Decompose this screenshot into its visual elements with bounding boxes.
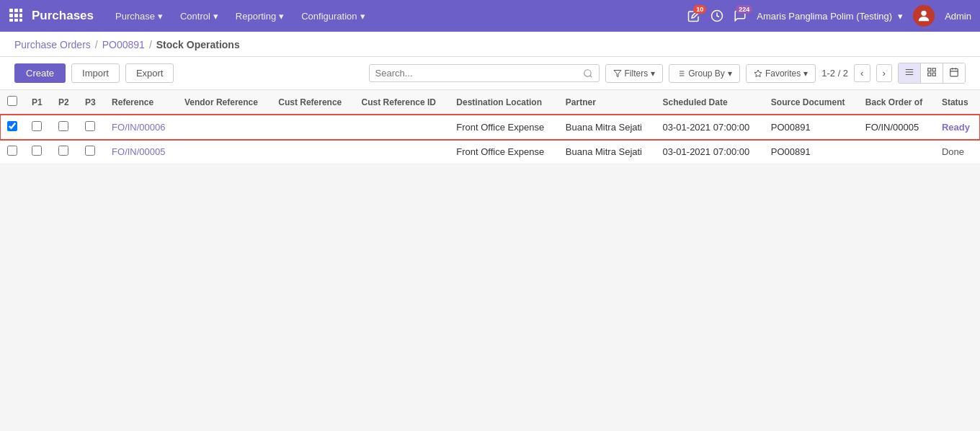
p1-checkbox-1[interactable] [32, 146, 42, 156]
edit-badge: 10 [693, 5, 706, 14]
row-p1 [24, 115, 51, 140]
nav-reporting[interactable]: Reporting ▾ [228, 6, 291, 26]
p2-checkbox-0[interactable] [58, 121, 68, 131]
svg-rect-24 [928, 68, 931, 71]
list-view-icon [904, 67, 914, 77]
data-table-area: P1 P2 P3 Reference Vendor Reference Cust… [0, 90, 980, 164]
kanban-view-button[interactable] [921, 63, 943, 83]
export-button[interactable]: Export [125, 63, 174, 83]
header-cust-reference: Cust Reference [271, 90, 354, 115]
p1-checkbox-0[interactable] [32, 121, 42, 131]
clock-icon-btn[interactable] [710, 9, 723, 22]
search-box[interactable] [369, 64, 600, 82]
user-menu[interactable]: Amaris Panglima Polim (Testing) ▾ [757, 11, 903, 22]
favorites-button[interactable]: Favorites ▾ [746, 64, 816, 83]
row-p3 [78, 115, 104, 140]
star-icon [754, 69, 762, 78]
row-cust-reference-id [355, 140, 450, 164]
row-reference[interactable]: FO/IN/00006 [104, 115, 177, 140]
row-checkbox-0[interactable] [7, 121, 17, 131]
top-navigation: Purchases Purchase ▾ Control ▾ Reporting… [0, 0, 980, 32]
svg-rect-26 [928, 73, 931, 76]
header-p3: P3 [78, 90, 104, 115]
header-source-document: Source Document [764, 90, 858, 115]
table-body: FO/IN/00006 Front Office Expense Buana M… [0, 115, 980, 164]
breadcrumb-po00891[interactable]: PO00891 [102, 39, 145, 50]
nav-menu: Purchase ▾ Control ▾ Reporting ▾ Configu… [108, 6, 687, 26]
row-p2 [51, 140, 78, 164]
chat-badge: 224 [736, 5, 752, 14]
row-cust-reference-id [355, 115, 450, 140]
list-view-button[interactable] [899, 63, 921, 83]
header-checkbox-col [0, 90, 24, 115]
p2-checkbox-1[interactable] [58, 146, 68, 156]
edit-icon-btn[interactable]: 10 [687, 9, 700, 22]
nav-control[interactable]: Control ▾ [173, 6, 226, 26]
chevron-down-icon: ▾ [360, 11, 365, 22]
list-icon [677, 69, 685, 78]
groupby-button[interactable]: Group By ▾ [669, 64, 740, 83]
svg-rect-8 [19, 19, 22, 22]
header-partner: Partner [558, 90, 656, 115]
p3-checkbox-0[interactable] [85, 121, 95, 131]
p3-checkbox-1[interactable] [85, 146, 95, 156]
row-partner: Buana Mitra Sejati [558, 140, 656, 164]
header-reference: Reference [104, 90, 177, 115]
row-back-order-of: FO/IN/00005 [858, 115, 935, 140]
row-cust-reference [271, 115, 354, 140]
create-button[interactable]: Create [14, 63, 66, 83]
svg-point-11 [584, 69, 590, 76]
calendar-view-button[interactable] [943, 63, 965, 83]
row-partner: Buana Mitra Sejati [558, 115, 656, 140]
prev-page-button[interactable]: ‹ [854, 64, 870, 82]
chevron-down-icon: ▾ [898, 11, 903, 22]
chevron-down-icon: ▾ [651, 68, 655, 79]
svg-rect-3 [9, 14, 13, 17]
app-title: Purchases [32, 9, 94, 23]
row-checkbox-cell [0, 140, 24, 164]
nav-purchase[interactable]: Purchase ▾ [108, 6, 170, 26]
next-page-button[interactable]: › [876, 64, 892, 82]
import-button[interactable]: Import [71, 63, 120, 83]
toolbar-right: Filters ▾ Group By ▾ Favorites ▾ 1-2 / 2… [369, 63, 966, 84]
search-input[interactable] [375, 68, 583, 79]
chat-icon-btn[interactable]: 224 [734, 9, 747, 22]
breadcrumb-separator-2: / [149, 39, 152, 50]
row-source-document: PO00891 [764, 140, 858, 164]
chevron-down-icon: ▾ [728, 68, 732, 79]
header-scheduled-date: Scheduled Date [656, 90, 764, 115]
chevron-down-icon: ▾ [213, 11, 218, 22]
row-destination-location: Front Office Expense [449, 140, 558, 164]
table-row[interactable]: FO/IN/00006 Front Office Expense Buana M… [0, 115, 980, 140]
chevron-down-icon: ▾ [279, 11, 284, 22]
row-cust-reference [271, 140, 354, 164]
filter-button[interactable]: Filters ▾ [605, 64, 664, 83]
row-p2 [51, 115, 78, 140]
row-p3 [78, 140, 104, 164]
svg-rect-4 [14, 14, 18, 17]
row-p1 [24, 140, 51, 164]
header-p1: P1 [24, 90, 51, 115]
row-status: Ready [935, 115, 980, 140]
data-table: P1 P2 P3 Reference Vendor Reference Cust… [0, 90, 980, 164]
row-reference[interactable]: FO/IN/00005 [104, 140, 177, 164]
svg-rect-27 [932, 73, 935, 76]
row-source-document: PO00891 [764, 115, 858, 140]
table-row[interactable]: FO/IN/00005 Front Office Expense Buana M… [0, 140, 980, 164]
user-name: Amaris Panglima Polim (Testing) [757, 11, 892, 22]
nav-configuration[interactable]: Configuration ▾ [294, 6, 372, 26]
svg-marker-20 [754, 70, 762, 77]
action-toolbar: Create Import Export Filters ▾ [0, 57, 980, 90]
breadcrumb-purchase-orders[interactable]: Purchase Orders [14, 39, 91, 50]
svg-rect-6 [9, 19, 13, 22]
svg-rect-2 [19, 9, 22, 12]
row-back-order-of [858, 140, 935, 164]
select-all-checkbox[interactable] [7, 96, 17, 106]
row-vendor-reference [177, 140, 271, 164]
grid-icon[interactable] [9, 8, 23, 25]
search-icon [583, 68, 593, 79]
row-status: Done [935, 140, 980, 164]
row-checkbox-1[interactable] [7, 146, 17, 156]
avatar[interactable] [913, 5, 935, 27]
view-toggle [898, 63, 966, 84]
